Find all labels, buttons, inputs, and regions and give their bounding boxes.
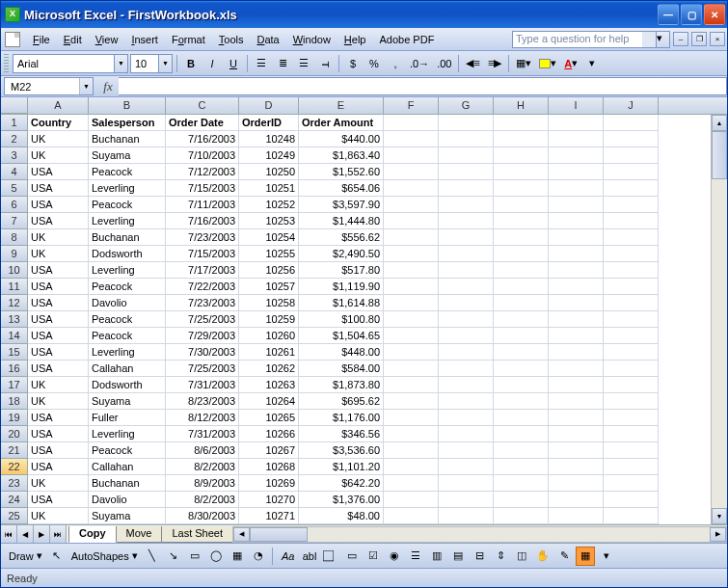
row-header[interactable]: 4 xyxy=(1,164,28,180)
decrease-decimal-button[interactable]: .00 xyxy=(434,54,454,73)
cell[interactable] xyxy=(384,279,439,295)
cell[interactable]: $48.00 xyxy=(299,508,384,524)
cell[interactable]: 7/17/2003 xyxy=(166,262,239,279)
row-header[interactable]: 23 xyxy=(1,475,28,492)
col-header[interactable]: F xyxy=(384,97,439,114)
col-header[interactable]: B xyxy=(89,97,166,114)
cell[interactable]: UK xyxy=(28,377,89,393)
cell[interactable]: Buchanan xyxy=(89,131,166,147)
cell[interactable] xyxy=(604,459,659,475)
cell[interactable]: $1,101.20 xyxy=(299,459,384,475)
menu-file[interactable]: File xyxy=(26,31,57,48)
cell[interactable] xyxy=(604,246,659,262)
currency-button[interactable]: $ xyxy=(343,54,363,73)
cell[interactable] xyxy=(549,328,604,344)
cell[interactable] xyxy=(439,229,494,246)
cell[interactable]: USA xyxy=(28,459,89,475)
cell[interactable]: 7/11/2003 xyxy=(166,197,239,213)
cell[interactable] xyxy=(549,311,604,328)
cell[interactable] xyxy=(384,344,439,361)
cell[interactable] xyxy=(439,459,494,475)
cell[interactable] xyxy=(494,393,549,410)
cell[interactable] xyxy=(549,213,604,229)
cell[interactable] xyxy=(604,508,659,524)
cell[interactable]: 7/25/2003 xyxy=(166,311,239,328)
cell[interactable] xyxy=(604,475,659,492)
cell[interactable] xyxy=(439,410,494,426)
cell[interactable] xyxy=(384,131,439,147)
cell[interactable]: Dodsworth xyxy=(89,246,166,262)
cell[interactable] xyxy=(604,344,659,361)
cell[interactable] xyxy=(384,147,439,164)
col-header[interactable]: I xyxy=(549,97,604,114)
row-header[interactable]: 12 xyxy=(1,295,28,311)
oval-icon[interactable]: ◯ xyxy=(206,547,226,566)
cell[interactable]: USA xyxy=(28,361,89,377)
cell[interactable]: $1,176.00 xyxy=(299,410,384,426)
cell[interactable] xyxy=(549,377,604,393)
cell[interactable]: Davolio xyxy=(89,295,166,311)
cell[interactable]: Leverling xyxy=(89,344,166,361)
cell[interactable]: $1,863.40 xyxy=(299,147,384,164)
row-header[interactable]: 3 xyxy=(1,147,28,164)
cell[interactable] xyxy=(549,508,604,524)
cell[interactable]: $100.80 xyxy=(299,311,384,328)
toolbar-options-button[interactable]: ▾ xyxy=(582,54,602,73)
cell[interactable] xyxy=(439,426,494,442)
cell[interactable] xyxy=(384,213,439,229)
cell[interactable] xyxy=(384,492,439,508)
cell[interactable] xyxy=(604,295,659,311)
cell[interactable] xyxy=(549,492,604,508)
cell[interactable]: Buchanan xyxy=(89,229,166,246)
cell[interactable]: 10249 xyxy=(239,147,299,164)
cell[interactable]: Peacock xyxy=(89,164,166,180)
cell[interactable]: 10250 xyxy=(239,164,299,180)
cell[interactable]: 10258 xyxy=(239,295,299,311)
row-header[interactable]: 25 xyxy=(1,508,28,524)
row-header[interactable]: 10 xyxy=(1,262,28,279)
cell[interactable]: 7/29/2003 xyxy=(166,328,239,344)
cell[interactable] xyxy=(549,246,604,262)
cell[interactable]: $3,597.90 xyxy=(299,197,384,213)
checkbox-icon[interactable]: ☑ xyxy=(364,547,383,566)
cell[interactable] xyxy=(384,229,439,246)
toggle-grid-icon[interactable]: ▦ xyxy=(576,547,595,566)
row-header[interactable]: 16 xyxy=(1,361,28,377)
cell[interactable] xyxy=(439,131,494,147)
cell[interactable] xyxy=(549,295,604,311)
cell[interactable]: 7/23/2003 xyxy=(166,229,239,246)
row-header[interactable]: 19 xyxy=(1,410,28,426)
cell[interactable]: 10262 xyxy=(239,361,299,377)
cell[interactable] xyxy=(384,115,439,131)
cell[interactable] xyxy=(494,279,549,295)
cell[interactable] xyxy=(604,262,659,279)
cell[interactable]: USA xyxy=(28,295,89,311)
cell[interactable] xyxy=(494,475,549,492)
row-header[interactable]: 21 xyxy=(1,442,28,459)
cell[interactable] xyxy=(494,115,549,131)
sheet-tab[interactable]: Last Sheet xyxy=(161,526,233,543)
cell[interactable]: $440.00 xyxy=(299,131,384,147)
line-icon[interactable]: ╲ xyxy=(143,547,162,566)
option-button-icon[interactable]: ◉ xyxy=(385,547,404,566)
cell[interactable]: 10263 xyxy=(239,377,299,393)
cell[interactable] xyxy=(439,508,494,524)
row-header[interactable]: 6 xyxy=(1,197,28,213)
cell[interactable] xyxy=(604,410,659,426)
row-header[interactable]: 8 xyxy=(1,229,28,246)
cell[interactable] xyxy=(494,180,549,197)
code-icon[interactable]: ✎ xyxy=(554,547,574,566)
row-header[interactable]: 14 xyxy=(1,328,28,344)
cell[interactable] xyxy=(604,147,659,164)
cell[interactable]: 8/30/2003 xyxy=(166,508,239,524)
button-control-icon[interactable]: ▭ xyxy=(342,547,362,566)
cell[interactable] xyxy=(494,508,549,524)
help-search-dropdown[interactable]: ▾ xyxy=(657,31,670,48)
col-header[interactable]: C xyxy=(166,97,239,114)
increase-decimal-button[interactable]: .0→ xyxy=(407,54,432,73)
cell[interactable] xyxy=(439,197,494,213)
cell[interactable] xyxy=(494,164,549,180)
cell[interactable] xyxy=(439,213,494,229)
menu-help[interactable]: Help xyxy=(337,31,373,48)
merge-center-button[interactable]: ⫤ xyxy=(315,54,335,73)
